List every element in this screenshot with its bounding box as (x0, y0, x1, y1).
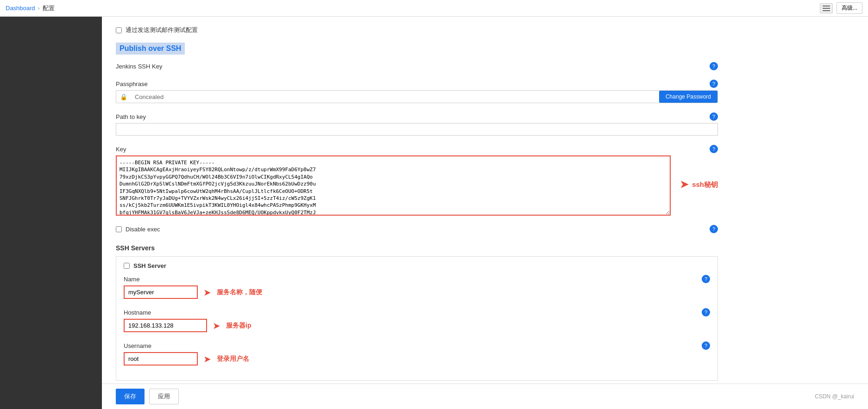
hostname-input[interactable] (124, 319, 207, 332)
hostname-arrow-icon: ➤ (213, 320, 220, 331)
name-arrow-icon: ➤ (203, 287, 211, 298)
path-to-key-label: Path to key (116, 113, 146, 120)
disable-exec-help-icon[interactable]: ? (710, 225, 718, 233)
key-help-icon[interactable]: ? (710, 145, 718, 153)
ssh-server-header: SSH Server (124, 262, 710, 269)
jenkins-ssh-key-section: Jenkins SSH Key ? (116, 62, 718, 70)
test-config-label: 通过发送测试邮件测试配置 (126, 26, 198, 34)
hostname-label: Hostname (124, 309, 151, 316)
svg-rect-0 (823, 6, 830, 6)
path-to-key-input[interactable] (116, 123, 718, 136)
breadcrumb-arrow: › (38, 5, 40, 12)
disable-exec-checkbox[interactable] (116, 226, 122, 232)
apply-button[interactable]: 应用 (149, 389, 179, 404)
key-annotation-text: ssh秘钥 (692, 180, 718, 189)
passphrase-label: Passphrase (116, 81, 148, 87)
jenkins-ssh-key-label: Jenkins SSH Key (116, 63, 162, 70)
hostname-section: Hostname ? ➤ 服务器ip (124, 308, 710, 332)
key-label: Key (116, 146, 126, 153)
ssh-servers-title: SSH Servers (116, 244, 718, 252)
name-label: Name (124, 276, 140, 283)
top-bar: Dashboard › 配置 高级... (0, 0, 868, 17)
change-password-button[interactable]: Change Password (659, 91, 717, 103)
lock-icon: 🔒 (116, 91, 131, 103)
key-section: Key ? -----BEGIN RSA PRIVATE KEY----- MI… (116, 145, 718, 216)
right-arrow-icon: ➤ (680, 179, 688, 191)
test-config-checkbox[interactable] (116, 27, 122, 33)
svg-rect-2 (823, 10, 830, 11)
disable-exec-row: Disable exec ? (116, 225, 718, 233)
path-to-key-section: Path to key ? (116, 112, 718, 136)
hostname-annotation-text: 服务器ip (226, 322, 251, 330)
svg-rect-1 (823, 8, 830, 9)
username-input[interactable] (124, 352, 198, 366)
section-title: Publish over SSH (116, 43, 185, 55)
username-annotation-text: 登录用户名 (217, 355, 249, 363)
path-to-key-help-icon[interactable]: ? (710, 112, 718, 121)
username-section: Username ? ➤ 登录用户名 (124, 341, 710, 366)
disable-exec-label: Disable exec (126, 226, 160, 233)
hostname-help-icon[interactable]: ? (702, 308, 710, 316)
key-textarea[interactable]: -----BEGIN RSA PRIVATE KEY----- MIIJKgIB… (116, 155, 671, 216)
main-content: 通过发送测试邮件测试配置 Publish over SSH Jenkins SS… (102, 17, 868, 409)
jenkins-ssh-key-help-icon[interactable]: ? (710, 62, 718, 70)
passphrase-section: Passphrase ? 🔒 Concealed Change Password (116, 80, 718, 103)
footer-buttons: 保存 应用 CSDN @_kairui (102, 384, 868, 409)
username-arrow-icon: ➤ (203, 353, 211, 365)
key-annotation: ➤ ssh秘钥 (680, 179, 718, 191)
name-help-icon[interactable]: ? (702, 275, 710, 283)
name-input[interactable] (124, 285, 198, 299)
breadcrumb-current: 配置 (43, 4, 55, 12)
passphrase-help-icon[interactable]: ? (710, 80, 718, 88)
footer-left: 保存 应用 (116, 389, 179, 404)
name-annotation-text: 服务名称，随便 (217, 288, 262, 297)
ssh-server-box: SSH Server Name ? ➤ 服务名称，随便 (116, 256, 718, 381)
watermark: CSDN @_kairui (815, 393, 854, 400)
username-help-icon[interactable]: ? (702, 341, 710, 350)
breadcrumb: Dashboard › 配置 (6, 4, 55, 12)
name-section: Name ? ➤ 服务名称，随便 (124, 275, 710, 299)
save-button[interactable]: 保存 (116, 389, 145, 404)
sidebar (0, 17, 102, 409)
breadcrumb-dashboard[interactable]: Dashboard (6, 5, 35, 12)
test-config-row: 通过发送测试邮件测试配置 (116, 26, 718, 34)
advanced-button[interactable]: 高级... (837, 2, 862, 14)
ssh-server-checkbox[interactable] (124, 263, 130, 269)
passphrase-value: Concealed (131, 91, 659, 103)
top-bar-right: 高级... (820, 2, 862, 14)
ssh-server-label: SSH Server (133, 262, 166, 269)
username-label: Username (124, 342, 151, 349)
passphrase-row: 🔒 Concealed Change Password (116, 90, 718, 103)
ssh-servers-section: SSH Servers SSH Server Name ? ➤ 服务名称，随便 (116, 244, 718, 381)
menu-icon[interactable] (820, 3, 833, 13)
